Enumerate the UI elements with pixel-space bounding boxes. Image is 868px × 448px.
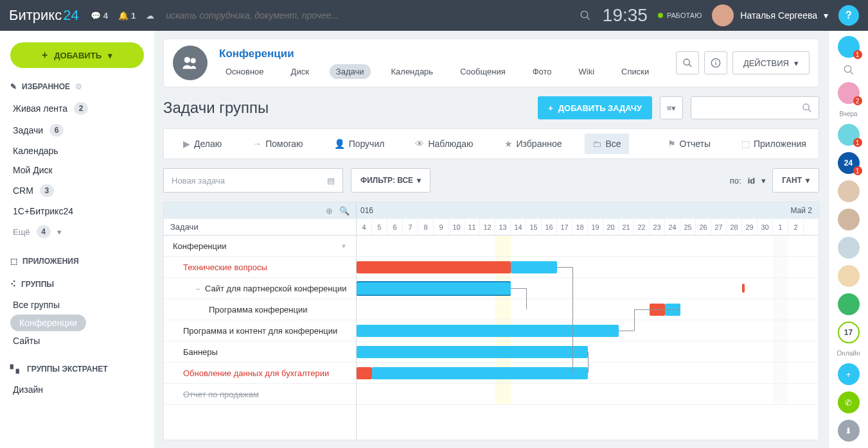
- task-tab[interactable]: ⬚Приложения: [734, 134, 814, 154]
- group-tab[interactable]: Фото: [526, 64, 558, 79]
- task-tab-icon: 🗀: [592, 139, 601, 149]
- sidebar-group-item[interactable]: Конференции: [10, 314, 86, 331]
- rail-contact[interactable]: 2: [838, 82, 860, 104]
- task-search[interactable]: [691, 96, 819, 119]
- task-tab[interactable]: 👤Поручил: [326, 134, 393, 154]
- search-input[interactable]: [166, 10, 571, 21]
- rail-contact[interactable]: [838, 237, 860, 259]
- rail-online[interactable]: 17: [838, 322, 860, 343]
- gantt-bar[interactable]: [357, 282, 511, 295]
- zoom-icon[interactable]: ⊕: [326, 206, 333, 216]
- rail-add-button[interactable]: +: [838, 363, 860, 385]
- rail-call-button[interactable]: ✆: [838, 392, 860, 413]
- chevron-down-icon[interactable]: ▼: [341, 243, 347, 250]
- task-tab[interactable]: ⚑Отчеты: [660, 134, 718, 154]
- gantt-bar[interactable]: [357, 261, 511, 273]
- group-tab[interactable]: Wiki: [572, 64, 601, 79]
- filter-button[interactable]: ФИЛЬТР: ВСЕ▾: [351, 168, 430, 193]
- task-tab[interactable]: ▶Делаю: [175, 134, 229, 154]
- task-tab[interactable]: 🗀Все: [585, 134, 628, 154]
- sidebar-item[interactable]: Задачи6: [10, 119, 144, 141]
- new-task-input[interactable]: Новая задача ▤: [163, 168, 343, 193]
- view-button[interactable]: ГАНТ▾: [772, 168, 819, 193]
- gantt-task-row[interactable]: Конференции▼: [164, 236, 356, 257]
- group-title[interactable]: Конференции: [219, 47, 664, 60]
- gantt-task-row[interactable]: –Сайт для партнерской конференции: [164, 278, 356, 299]
- sidebar-item-label: CRM: [13, 185, 33, 196]
- sidebar-group-item[interactable]: Все группы: [10, 295, 144, 314]
- work-status[interactable]: РАБОТАЮ: [658, 12, 702, 19]
- rail-contact[interactable]: [838, 265, 860, 287]
- group-tab[interactable]: Основное: [219, 64, 270, 79]
- sidebar-item[interactable]: CRM3: [10, 180, 144, 202]
- gantt-task-row[interactable]: Технические вопросы: [164, 257, 356, 278]
- extranet-icon: ▘▖: [10, 365, 22, 374]
- add-button[interactable]: + ДОБАВИТЬ ▾: [10, 42, 144, 68]
- form-icon[interactable]: ▤: [327, 176, 335, 185]
- rail-more-icon[interactable]: [838, 293, 860, 315]
- rail-search-icon[interactable]: [843, 64, 855, 76]
- search-icon[interactable]: [580, 10, 591, 21]
- gantt-body[interactable]: [357, 236, 819, 405]
- add-task-button[interactable]: +ДОБАВИТЬ ЗАДАЧУ: [538, 96, 652, 119]
- gantt-link: [634, 309, 680, 310]
- gantt-day: 21: [619, 219, 634, 235]
- search-icon[interactable]: 🔍: [339, 206, 350, 216]
- task-tab-label: Отчеты: [680, 139, 711, 149]
- gantt-link: [634, 309, 635, 331]
- svg-rect-7: [715, 62, 716, 65]
- gantt-task-row[interactable]: Баннеры: [164, 341, 356, 363]
- user-menu[interactable]: Наталья Сергеева ▾: [712, 4, 828, 26]
- gantt-task-row[interactable]: Обновление данных для бухгалтерии: [164, 363, 356, 384]
- gantt-bar[interactable]: [357, 367, 372, 379]
- rail-contact[interactable]: [838, 209, 860, 230]
- sidebar-group-item[interactable]: Сайты: [10, 331, 144, 350]
- task-tab[interactable]: →Помогаю: [245, 134, 310, 154]
- gantt-bar[interactable]: [511, 261, 557, 273]
- group-search-button[interactable]: [676, 51, 699, 74]
- rail-bell-icon[interactable]: 1: [838, 36, 860, 58]
- group-tab[interactable]: Диск: [285, 64, 315, 79]
- sidebar-item[interactable]: 1С+Битрикс24: [10, 202, 144, 221]
- group-tab[interactable]: Календарь: [385, 64, 440, 79]
- group-actions-button[interactable]: ДЕЙСТВИЯ▾: [732, 51, 810, 74]
- task-tab[interactable]: ★Избранное: [497, 134, 570, 154]
- gantt-task-row[interactable]: Программа конференции: [164, 299, 356, 320]
- share-icon: ⠪: [10, 280, 16, 289]
- svg-line-1: [587, 17, 590, 20]
- gantt-task-row[interactable]: Программа и контент для конференции: [164, 320, 356, 341]
- gear-icon[interactable]: ⚙: [75, 82, 82, 91]
- rail-download-button[interactable]: ⬇: [838, 420, 860, 442]
- sidebar-extranet-item[interactable]: Дизайн: [10, 380, 144, 399]
- cloud-icon[interactable]: ☁: [146, 11, 154, 21]
- gantt-bar[interactable]: [372, 367, 588, 379]
- sidebar-item-badge: 3: [40, 184, 54, 197]
- chat-icon[interactable]: 💬 4: [91, 11, 108, 21]
- sidebar-item[interactable]: Живая лента2: [10, 98, 144, 119]
- rail-contact[interactable]: [838, 180, 860, 202]
- gantt-bar[interactable]: [357, 325, 619, 337]
- sort-button[interactable]: ≡▾: [660, 96, 683, 119]
- sidebar-item[interactable]: Календарь: [10, 141, 144, 160]
- svg-point-11: [844, 65, 851, 73]
- bell-icon[interactable]: 🔔 1: [118, 11, 136, 21]
- group-tab[interactable]: Списки: [615, 64, 655, 79]
- expand-icon[interactable]: –: [196, 284, 205, 292]
- rail-b24[interactable]: 241: [838, 152, 860, 174]
- nav-more[interactable]: Ещё 4 ▾: [10, 221, 144, 243]
- chevron-down-icon: ▾: [108, 51, 112, 60]
- help-button[interactable]: ?: [838, 5, 859, 26]
- gantt-task-row[interactable]: Отчет по продажам: [164, 384, 356, 405]
- rail-contact[interactable]: 1: [838, 124, 860, 146]
- gantt-bar-row: [357, 384, 819, 405]
- add-task-label: ДОБАВИТЬ ЗАДАЧУ: [558, 103, 642, 113]
- gantt-bar[interactable]: [357, 346, 588, 358]
- nav-head-extranet: ▘▖ ГРУППЫ ЭКСТРАНЕТ: [10, 365, 144, 374]
- group-tab[interactable]: Сообщения: [454, 64, 512, 79]
- group-info-button[interactable]: [704, 51, 727, 74]
- group-tab[interactable]: Задачи: [330, 64, 371, 79]
- logo[interactable]: Битрикс 24: [9, 7, 79, 24]
- sort-by-value[interactable]: id: [748, 176, 756, 185]
- sidebar-item[interactable]: Мой Диск: [10, 160, 144, 180]
- task-tab[interactable]: 👁Наблюдаю: [407, 134, 481, 154]
